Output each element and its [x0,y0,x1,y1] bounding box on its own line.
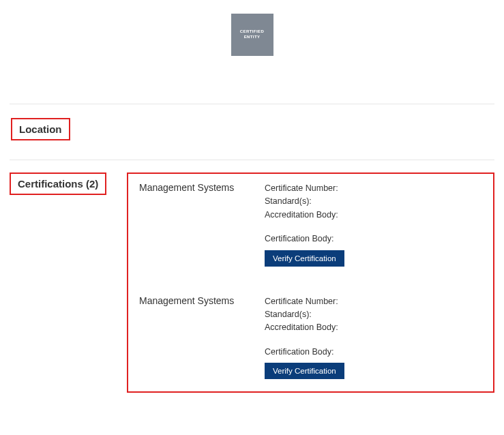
certification-fields: Certificate Number: Standard(s): Accredi… [265,182,482,267]
accreditation-body-label: Accreditation Body: [265,209,482,222]
standards-label: Standard(s): [265,308,482,321]
verify-certification-button[interactable]: Verify Certification [265,363,344,379]
certification-type: Management Systems [139,182,265,193]
certification-body-label: Certification Body: [265,346,482,359]
certifications-heading: Certifications (2) [10,172,106,195]
certifications-left: Certifications (2) [10,172,127,195]
logo-area: CERTIFIED ENTITY [10,10,494,104]
location-heading: Location [11,118,70,140]
certification-body-label: Certification Body: [265,232,482,245]
verify-certification-button[interactable]: Verify Certification [265,250,344,267]
badge-line-2: ENTITY [244,35,261,39]
certificate-number-label: Certificate Number: [265,182,482,195]
certifications-section: Certifications (2) Management Systems Ce… [10,160,494,393]
location-section: Location [10,104,494,160]
certificate-number-label: Certificate Number: [265,295,482,308]
certification-type: Management Systems [139,295,265,306]
certification-item: Management Systems Certificate Number: S… [139,182,482,267]
certifications-list: Management Systems Certificate Number: S… [127,172,494,393]
badge-line-1: CERTIFIED [240,29,264,33]
certification-item: Management Systems Certificate Number: S… [139,295,482,380]
certified-entity-badge: CERTIFIED ENTITY [231,14,273,56]
certification-fields: Certificate Number: Standard(s): Accredi… [265,295,482,380]
accreditation-body-label: Accreditation Body: [265,321,482,334]
badge-text: CERTIFIED ENTITY [240,29,264,40]
standards-label: Standard(s): [265,195,482,208]
